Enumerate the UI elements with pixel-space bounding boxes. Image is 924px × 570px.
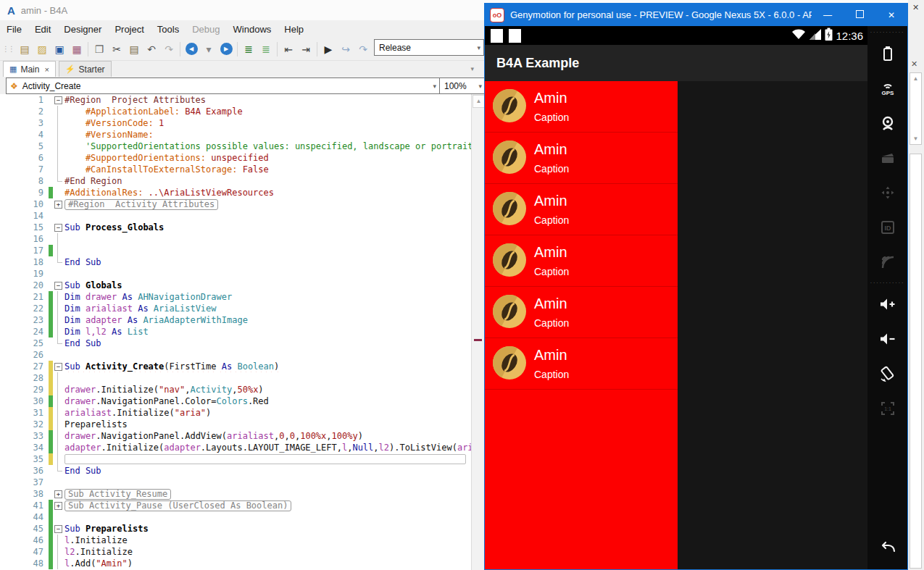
panel-scrollbar[interactable] xyxy=(910,154,922,569)
line-number: 20 xyxy=(0,280,49,291)
collapse-icon[interactable]: − xyxy=(54,224,62,232)
collapsed-region[interactable]: Sub Activity_Pause (UserClosed As Boolea… xyxy=(64,500,291,511)
code-line-29: 29drawer.Initialize("nav",Activity,50%x) xyxy=(0,384,484,395)
outdent-button[interactable]: ⇤ xyxy=(280,41,297,57)
list-item[interactable]: AminCaption xyxy=(485,133,678,184)
list-item[interactable]: AminCaption xyxy=(485,235,678,287)
tab-label: Starter xyxy=(79,64,105,75)
step-over-button[interactable]: ↷ xyxy=(354,41,372,57)
panel-scrollbar[interactable]: ▲ ▼ xyxy=(910,72,922,145)
fold-column[interactable]: − xyxy=(53,222,64,233)
fold-column[interactable]: − xyxy=(53,280,64,291)
scroll-down-icon[interactable]: ▼ xyxy=(910,133,921,144)
tab-overflow-icon[interactable]: ▾ xyxy=(470,65,474,72)
close-button[interactable]: ✕ xyxy=(875,10,907,20)
app-title: B4A Example xyxy=(496,56,579,71)
export-button[interactable]: ▦ xyxy=(68,41,86,57)
collapse-icon[interactable]: − xyxy=(54,96,62,104)
comment-button[interactable]: ≣ xyxy=(240,41,257,57)
cut-button[interactable]: ✂ xyxy=(108,41,125,57)
expand-icon[interactable]: + xyxy=(54,502,62,510)
genymotion-titlebar[interactable]: oO Genymotion for personal use - PREVIEW… xyxy=(485,4,907,26)
rotate-icon[interactable] xyxy=(878,356,897,391)
save-button[interactable]: ▣ xyxy=(51,41,68,57)
expand-icon[interactable]: + xyxy=(54,201,62,209)
collapse-icon[interactable]: − xyxy=(54,363,62,371)
tab-starter[interactable]: ⚡Starter xyxy=(59,61,112,77)
uncomment-button[interactable]: ≣ xyxy=(257,41,275,57)
fold-column[interactable]: + xyxy=(53,198,64,210)
menu-project[interactable]: Project xyxy=(108,22,150,37)
close-icon[interactable]: ✕ xyxy=(912,3,919,12)
redo-button[interactable]: ↷ xyxy=(160,41,178,57)
menu-tools[interactable]: Tools xyxy=(151,22,186,37)
navigate-back-caret[interactable]: ▾ xyxy=(200,41,217,57)
menu-edit[interactable]: Edit xyxy=(28,22,57,37)
new-file-button[interactable]: ▤ xyxy=(16,41,33,57)
code-text: drawer.NavigationPanel.Color=Colors.Red xyxy=(64,395,484,407)
item-title: Amin xyxy=(534,90,567,106)
gps-icon[interactable]: GPS xyxy=(879,71,896,106)
minimize-button[interactable]: — xyxy=(812,10,844,20)
code-line-18: 18End Sub xyxy=(0,256,484,268)
code-line-47: 47l2.Initialize xyxy=(0,546,484,558)
volume-down-icon[interactable] xyxy=(878,322,897,356)
camera-icon[interactable] xyxy=(879,106,896,141)
back-icon[interactable] xyxy=(878,530,898,565)
fold-column xyxy=(53,465,64,477)
fold-column[interactable]: − xyxy=(53,361,64,372)
coffee-bean-icon xyxy=(493,243,526,277)
collapse-icon[interactable]: − xyxy=(54,282,62,290)
fold-guide xyxy=(57,117,58,129)
fold-column[interactable]: − xyxy=(53,523,64,535)
line-number: 19 xyxy=(0,268,49,280)
tab-main[interactable]: ▦Main× xyxy=(3,61,56,77)
code-line-9: 9#AdditionalRes: ..\AriaListViewResource… xyxy=(0,187,484,198)
fold-guide xyxy=(57,558,58,569)
indent-button[interactable]: ⇥ xyxy=(297,41,315,57)
tab-close-icon[interactable]: × xyxy=(44,65,49,74)
sub-navigator-dropdown[interactable]: ❖ Activity_Create ▾ xyxy=(6,77,440,94)
fold-column[interactable]: + xyxy=(53,500,64,511)
collapsed-region[interactable]: Sub Activity_Resume xyxy=(64,489,171,500)
editor-vertical-scrollbar[interactable]: ▲ xyxy=(471,94,485,570)
volume-up-icon[interactable] xyxy=(878,287,897,322)
code-text: Dim arialiast As AriaListView xyxy=(64,303,484,314)
collapsed-region[interactable]: #Region Activity Attributes xyxy=(64,199,218,210)
list-item[interactable]: AminCaption xyxy=(485,287,678,338)
navigation-drawer[interactable]: AminCaptionAminCaptionAminCaptionAminCap… xyxy=(485,81,678,569)
zoom-dropdown[interactable]: 100% ▾ xyxy=(439,77,486,94)
expand-icon[interactable]: + xyxy=(54,490,62,498)
collapse-icon[interactable]: − xyxy=(54,525,62,533)
maximize-button[interactable] xyxy=(844,10,875,20)
open-project-button[interactable]: ▨ xyxy=(33,41,51,57)
menu-designer[interactable]: Designer xyxy=(57,22,108,37)
undo-button[interactable]: ↶ xyxy=(143,41,160,57)
navigate-forward-button[interactable]: ▶ xyxy=(217,41,235,57)
copy-button[interactable]: ❐ xyxy=(91,41,108,57)
navigate-back-button[interactable]: ◀ xyxy=(183,41,200,57)
line-number: 48 xyxy=(0,558,49,569)
menu-help[interactable]: Help xyxy=(278,22,310,37)
window-title: amin - B4A xyxy=(21,5,67,16)
battery-icon[interactable] xyxy=(879,36,896,71)
toolbar-separator xyxy=(237,42,238,56)
fold-column[interactable]: − xyxy=(53,94,64,106)
scroll-up-icon[interactable]: ▲ xyxy=(473,95,485,108)
menu-file[interactable]: File xyxy=(0,22,28,37)
scroll-up-icon[interactable]: ▲ xyxy=(910,73,921,84)
run-button[interactable]: ▶ xyxy=(320,41,337,57)
step-into-button[interactable]: ↪ xyxy=(337,41,354,57)
line-number: 16 xyxy=(0,233,49,245)
build-config-dropdown[interactable]: Release ▾ xyxy=(374,39,484,56)
paste-button[interactable]: ▤ xyxy=(125,41,143,57)
list-item[interactable]: AminCaption xyxy=(485,81,678,133)
panel-close-icon[interactable]: ✕ xyxy=(911,59,917,69)
list-item[interactable]: AminCaption xyxy=(485,338,678,390)
menu-windows[interactable]: Windows xyxy=(227,22,278,37)
list-item[interactable]: AminCaption xyxy=(485,184,678,235)
code-editor[interactable]: 1−#Region Project Attributes2 #Applicati… xyxy=(0,94,484,570)
fold-guide-end xyxy=(57,256,58,262)
sub-icon: ❖ xyxy=(10,81,18,91)
fold-column[interactable]: + xyxy=(53,488,64,500)
